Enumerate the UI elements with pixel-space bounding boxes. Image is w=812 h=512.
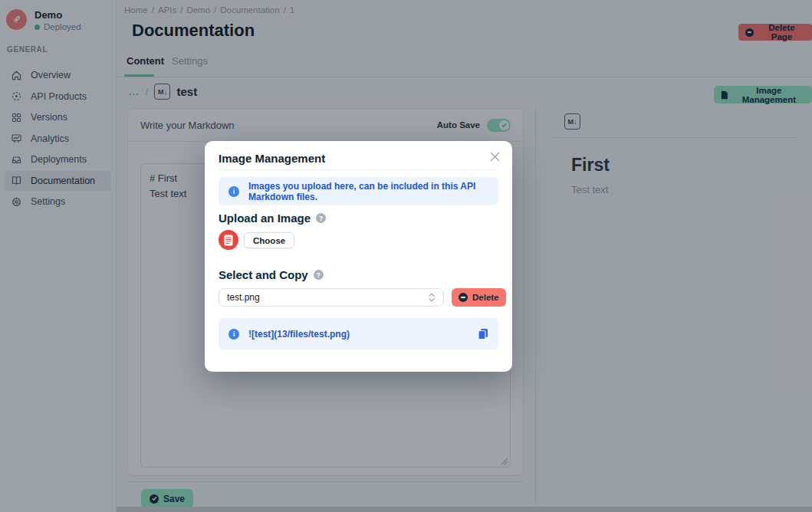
file-icon [219,230,238,250]
upload-heading-text: Upload an Image [219,212,311,225]
close-icon[interactable] [488,149,501,163]
markdown-snippet: ![test](13/files/test.png) [248,329,350,340]
help-icon[interactable]: ? [316,213,326,223]
choose-file-button[interactable]: Choose [244,232,294,248]
delete-label: Delete [472,293,499,302]
copy-icon[interactable] [478,328,488,340]
select-section-heading: Select and Copy ? [219,268,324,281]
image-management-modal: Image Management i Images you upload her… [205,141,512,372]
help-icon[interactable]: ? [314,270,324,280]
delete-image-button[interactable]: Delete [452,288,506,307]
minus-circle-icon [459,293,468,302]
upload-section-heading: Upload an Image ? [219,212,326,225]
selected-file-name: test.png [227,292,260,303]
select-heading-text: Select and Copy [219,268,308,281]
chevron-updown-icon [428,292,436,303]
image-select[interactable]: test.png [219,288,444,307]
modal-title: Image Management [219,152,325,165]
markdown-snippet-box: i ![test](13/files/test.png) [219,318,498,350]
upload-info-alert: i Images you upload here, can be include… [219,177,498,205]
info-icon: i [228,186,239,197]
info-icon: i [228,329,239,340]
modal-header-divider [219,169,498,170]
upload-info-text: Images you upload here, can be included … [248,181,488,202]
